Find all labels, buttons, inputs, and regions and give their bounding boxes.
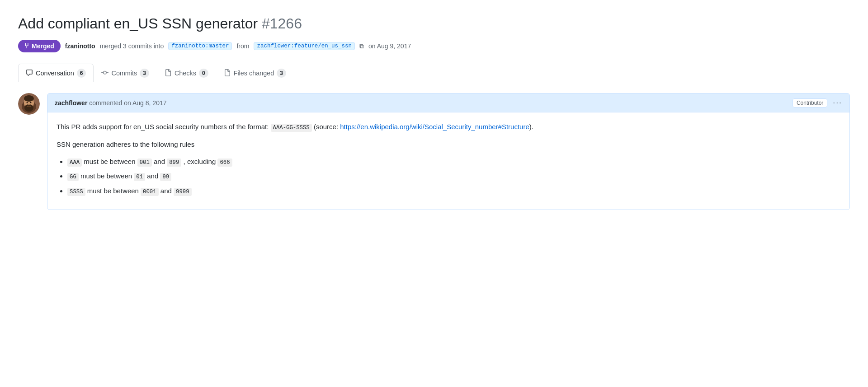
tab-files-changed-count: 3 <box>277 69 286 78</box>
pr-title-text: Add compliant en_US SSN generator <box>18 15 258 32</box>
list-item: AAA must be between 001 and 899 , exclud… <box>67 156 840 168</box>
comment-rules-intro: SSN generation adheres to the following … <box>57 139 840 150</box>
comment-options-button[interactable]: ··· <box>833 98 842 107</box>
rule1-code1: AAA <box>67 159 82 167</box>
page-title: Add compliant en_US SSN generator #1266 <box>18 14 850 33</box>
checks-icon <box>165 69 172 78</box>
rule2-text1: must be between <box>80 172 134 180</box>
svg-point-7 <box>28 104 30 105</box>
files-changed-icon <box>224 69 231 78</box>
rule2-text2: and <box>147 172 160 180</box>
tab-files-changed[interactable]: Files changed 3 <box>216 64 294 82</box>
tab-conversation-label: Conversation <box>36 70 74 77</box>
merged-label: Merged <box>32 42 54 50</box>
comment-author[interactable]: zachflower <box>55 99 87 107</box>
comment-header-left: zachflower commented on Aug 8, 2017 <box>55 99 166 107</box>
rule3-text2: and <box>160 187 174 195</box>
list-item: GG must be between 01 and 99 <box>67 171 840 182</box>
list-item: SSSS must be between 0001 and 9999 <box>67 186 840 197</box>
merge-icon: ⑂ <box>24 42 29 50</box>
avatar <box>18 93 40 115</box>
svg-point-4 <box>24 104 33 112</box>
tabs-bar: Conversation 6 Commits 3 Checks 0 Files … <box>18 63 850 82</box>
svg-point-5 <box>27 102 28 103</box>
tab-commits[interactable]: Commits 3 <box>94 64 156 82</box>
tab-checks-count: 0 <box>199 69 208 78</box>
rule3-code2: 0001 <box>141 188 159 196</box>
format-code: AAA-GG-SSSS <box>271 124 312 132</box>
comment-intro-text: This PR adds support for en_US social se… <box>57 123 269 131</box>
tab-conversation-count: 6 <box>77 69 86 78</box>
comment-rules-list: AAA must be between 001 and 899 , exclud… <box>67 156 840 197</box>
rule1-text1: must be between <box>84 158 137 165</box>
merged-badge: ⑂ Merged <box>18 40 61 52</box>
tab-conversation[interactable]: Conversation 6 <box>18 64 94 82</box>
comment-intro-paragraph: This PR adds support for en_US social se… <box>57 121 840 133</box>
rule3-code3: 9999 <box>174 188 192 196</box>
tab-checks[interactable]: Checks 0 <box>157 64 216 82</box>
rule3-code1: SSSS <box>67 188 85 196</box>
commits-icon <box>101 69 108 78</box>
rule1-text2: and <box>154 158 167 165</box>
conversation-icon <box>26 69 33 78</box>
rule1-code2: 001 <box>137 159 152 167</box>
rule3-text1: must be between <box>87 187 141 195</box>
comment-body: This PR adds support for en_US social se… <box>47 112 849 210</box>
pr-number: #1266 <box>262 15 302 32</box>
comment-box: zachflower commented on Aug 8, 2017 Cont… <box>47 93 850 210</box>
source-link[interactable]: https://en.wikipedia.org/wiki/Social_Sec… <box>340 123 529 131</box>
rule2-code2: 01 <box>134 173 145 181</box>
contributor-badge: Contributor <box>793 98 827 107</box>
rule2-code3: 99 <box>160 173 171 181</box>
from-text: from <box>236 42 249 50</box>
comment-header: zachflower commented on Aug 8, 2017 Cont… <box>47 93 849 112</box>
tab-checks-label: Checks <box>175 70 196 77</box>
source-label: (source: <box>314 123 340 131</box>
rule2-code1: GG <box>67 173 79 181</box>
tab-files-changed-label: Files changed <box>234 70 274 77</box>
head-branch[interactable]: zachflower:feature/en_us_ssn <box>254 42 355 50</box>
comment-action: commented on Aug 8, 2017 <box>89 99 166 107</box>
base-branch[interactable]: fzaninotto:master <box>168 42 232 50</box>
pr-action: merged 3 commits into <box>100 42 164 50</box>
rule1-code3: 899 <box>167 159 181 167</box>
rule1-code4: 666 <box>217 159 232 167</box>
rule1-text3: , excluding <box>184 158 218 165</box>
pr-author: fzaninotto <box>65 42 95 50</box>
pr-meta: ⑂ Merged fzaninotto merged 3 commits int… <box>18 40 850 52</box>
svg-point-6 <box>30 102 32 103</box>
pr-date: on Aug 9, 2017 <box>368 42 411 50</box>
tab-commits-count: 3 <box>140 69 149 78</box>
tab-commits-label: Commits <box>111 70 137 77</box>
copy-branch-icon[interactable]: ⧉ <box>359 42 364 50</box>
comment-header-right: Contributor ··· <box>793 98 842 107</box>
svg-point-3 <box>24 95 34 102</box>
source-close: ). <box>529 123 533 131</box>
comment-container: zachflower commented on Aug 8, 2017 Cont… <box>18 93 850 210</box>
